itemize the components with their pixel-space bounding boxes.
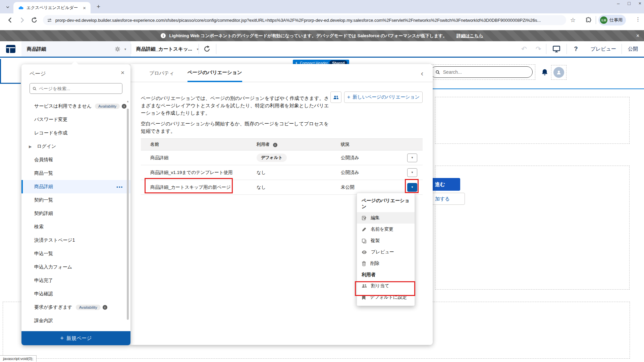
back-icon[interactable]: [7, 17, 13, 23]
page-item-password-change[interactable]: パスワード変更: [21, 113, 130, 126]
pencil-icon: [362, 227, 367, 232]
menu-item-duplicate[interactable]: 複製: [357, 235, 415, 246]
row-actions-button[interactable]: ▼: [407, 168, 417, 177]
page-item-application-form[interactable]: 申込入力フォーム: [21, 260, 130, 274]
page-item-contract-list[interactable]: 契約一覧: [21, 193, 130, 207]
undo-icon[interactable]: ↶: [521, 45, 527, 53]
close-icon[interactable]: ×: [639, 1, 641, 6]
info-icon: i: [122, 104, 126, 109]
desktop-view-icon[interactable]: [552, 45, 560, 53]
new-page-label: 新規ページ: [66, 335, 92, 342]
browser-menu-icon[interactable]: ⋮: [635, 16, 641, 22]
column-audience: 利用者 i: [257, 141, 341, 147]
properties-tabs-row: プロパティ ページのバリエーション ‹: [130, 64, 433, 82]
page-item-login[interactable]: ▶ ログイン: [21, 140, 130, 153]
page-item-billing-breakdown[interactable]: 課金内訳: [21, 314, 130, 327]
tab-properties[interactable]: プロパティ: [149, 64, 174, 82]
chevron-right-icon[interactable]: ▶: [29, 144, 32, 149]
address-bar[interactable]: prorp-dev-ed.develop.builder.salesforce-…: [43, 15, 566, 25]
banner-details-link[interactable]: 詳細はこちら: [457, 33, 483, 39]
tab-page-variations[interactable]: ページのバリエーション: [187, 64, 242, 82]
page-item-too-many-requests[interactable]: 要求が多すぎます Availability i: [21, 301, 130, 314]
pages-search-input[interactable]: [39, 86, 119, 91]
page-item-application-complete[interactable]: 申込完了: [21, 274, 130, 287]
site-search-input[interactable]: [443, 69, 528, 75]
canvas-header-divider: [433, 88, 644, 89]
url-text: prorp-dev-ed.develop.builder.salesforce-…: [55, 18, 541, 23]
page-item-label: 商品一覧: [34, 170, 53, 176]
pages-scrollbar[interactable]: ▲: [127, 104, 129, 325]
browser-tab[interactable]: エクスペリエンスビルダー ×: [13, 2, 91, 13]
column-status: 状況: [341, 141, 423, 147]
bookmark-icon: [362, 295, 366, 300]
bookmark-star-icon[interactable]: ☆: [570, 16, 576, 24]
preview-button[interactable]: プレビュー: [591, 46, 616, 52]
banner-close-icon[interactable]: ×: [636, 33, 639, 39]
table-row: 商品詳細 デフォルト 公開済み ▼: [141, 150, 423, 165]
builder-toolbar: 商品詳細 ▾ 商品詳細_カートスキッ... ▾ ↶ ↷ ? プレビュー 公開: [0, 41, 644, 58]
site-search-input-wrap: [430, 66, 533, 78]
help-button[interactable]: ?: [574, 46, 578, 53]
menu-item-rename[interactable]: 名前を変更: [357, 224, 415, 235]
tab-close-icon[interactable]: ×: [82, 5, 87, 11]
page-item-search[interactable]: 検索: [21, 220, 130, 234]
site-info-icon[interactable]: [47, 18, 52, 23]
reload-icon[interactable]: [31, 17, 38, 23]
rail-selected-frame: [0, 59, 21, 84]
maximize-icon[interactable]: □: [628, 1, 630, 6]
refresh-icon[interactable]: [203, 45, 211, 53]
page-type-selector[interactable]: 商品詳細 ▾: [21, 41, 131, 57]
row-actions-button[interactable]: ▼: [407, 154, 417, 162]
scrollbar-thumb[interactable]: [127, 109, 129, 320]
page-item-service-unavailable[interactable]: サービスは利用できません Availability i: [21, 100, 130, 113]
page-item-application-confirm[interactable]: 申込確認: [21, 287, 130, 301]
page-item-application-list[interactable]: 申込一覧: [21, 247, 130, 260]
profile-avatar: 近藤: [600, 16, 607, 24]
page-item-label: ログイン: [37, 143, 56, 149]
scroll-up-icon[interactable]: ▲: [126, 100, 129, 103]
row-actions-button-open[interactable]: ▼: [407, 183, 417, 192]
gear-icon[interactable]: [115, 46, 120, 52]
pages-panel-close-icon[interactable]: ×: [121, 69, 124, 76]
user-avatar[interactable]: [553, 67, 564, 78]
collapse-panel-icon[interactable]: ‹: [421, 69, 423, 78]
page-variation-selector[interactable]: 商品詳細_カートスキッ... ▾: [136, 41, 199, 57]
canvas-component-region-2: [435, 166, 630, 290]
page-variation-label: 商品詳細_カートスキッ...: [136, 46, 192, 52]
publish-button[interactable]: 公開: [628, 46, 638, 52]
page-item-product-detail[interactable]: 商品詳細 •••: [21, 180, 130, 193]
browser-profile-chip[interactable]: 近藤 仕事用: [598, 15, 626, 25]
toolbar-divider: [596, 16, 596, 24]
people-icon: [333, 95, 339, 100]
new-page-button[interactable]: + 新規ページ: [21, 331, 130, 345]
minimize-icon[interactable]: –: [617, 1, 620, 6]
menu-item-delete[interactable]: 削除: [357, 258, 415, 269]
page-item-create-record[interactable]: レコードを作成: [21, 126, 130, 140]
page-item-contract-detail[interactable]: 契約詳細: [21, 207, 130, 220]
eye-icon: [362, 250, 367, 254]
chevron-down-icon[interactable]: ▾: [124, 47, 126, 51]
menu-item-edit[interactable]: 編集: [357, 212, 415, 224]
extensions-icon[interactable]: [585, 17, 591, 23]
page-item-product-list[interactable]: 商品一覧: [21, 167, 130, 180]
new-tab-button[interactable]: +: [97, 3, 100, 10]
menu-item-assign[interactable]: 割り当て: [357, 280, 415, 292]
notification-bell-icon[interactable]: [541, 68, 549, 77]
forward-icon[interactable]: [19, 17, 25, 23]
pages-menu-icon[interactable]: [6, 45, 16, 53]
page-item-label: 申込一覧: [34, 251, 53, 257]
redo-icon[interactable]: ↷: [536, 45, 541, 53]
menu-item-set-default[interactable]: デフォルトに設定: [357, 292, 415, 303]
variation-audience: なし: [257, 170, 341, 176]
page-item-member-info[interactable]: 会員情報: [21, 153, 130, 167]
menu-item-preview[interactable]: プレビュー: [357, 246, 415, 258]
page-item-payment-test[interactable]: 決済テストページ1: [21, 234, 130, 247]
item-menu-icon[interactable]: •••: [116, 184, 123, 189]
availability-badge: Availability: [76, 305, 101, 310]
tab-search-chevron-icon[interactable]: [3, 3, 12, 11]
page-item-label: 検索: [34, 224, 44, 230]
assign-audience-button[interactable]: [330, 92, 341, 103]
info-icon: i: [103, 305, 107, 310]
new-page-variation-button[interactable]: + 新しいページのバリエーション: [344, 92, 423, 103]
info-icon: i: [161, 33, 166, 38]
